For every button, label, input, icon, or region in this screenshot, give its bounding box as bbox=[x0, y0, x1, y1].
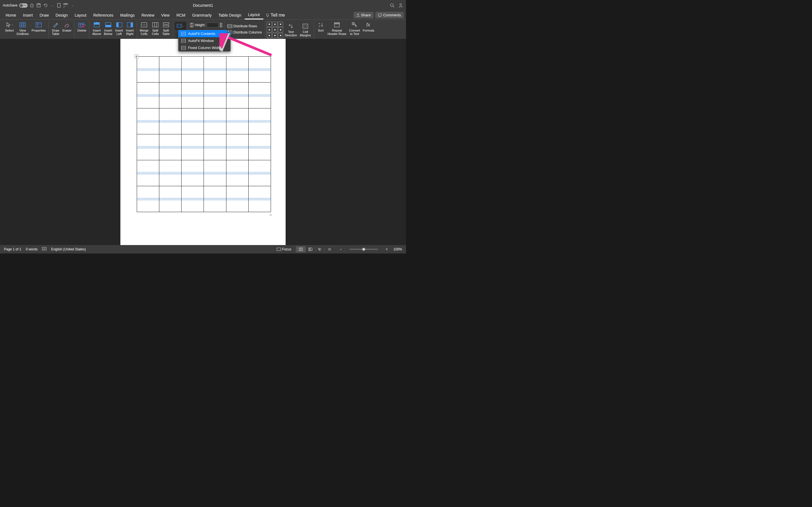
text-direction-tool[interactable]: A Text Direction bbox=[284, 22, 298, 38]
table-cell[interactable] bbox=[204, 82, 226, 108]
table-cell[interactable] bbox=[182, 82, 204, 108]
draw-table-tool[interactable]: Draw Table bbox=[50, 21, 61, 36]
tab-design[interactable]: Design bbox=[52, 11, 71, 19]
align-bc[interactable]: ▪ bbox=[272, 33, 277, 38]
table-cell[interactable] bbox=[137, 82, 159, 108]
undo-icon[interactable] bbox=[43, 3, 48, 8]
table-cell[interactable] bbox=[204, 186, 226, 212]
table-cell[interactable] bbox=[182, 186, 204, 212]
table-row[interactable] bbox=[137, 186, 271, 212]
table-cell[interactable] bbox=[248, 57, 271, 82]
zoom-out[interactable]: − bbox=[339, 247, 343, 251]
table-cell[interactable] bbox=[204, 134, 226, 160]
align-bl[interactable]: ▪ bbox=[267, 33, 272, 38]
insert-above-tool[interactable]: Insert Above bbox=[91, 21, 102, 36]
table-cell[interactable] bbox=[248, 134, 271, 160]
height-input[interactable] bbox=[207, 22, 218, 27]
table-cell[interactable] bbox=[159, 108, 182, 134]
outline-view[interactable] bbox=[315, 246, 324, 252]
zoom-in[interactable]: + bbox=[385, 247, 389, 251]
table-cell[interactable] bbox=[159, 134, 182, 160]
undo-dropdown-icon[interactable]: ⌵ bbox=[50, 3, 55, 8]
table-cell[interactable] bbox=[182, 57, 204, 82]
tab-review[interactable]: Review bbox=[138, 11, 158, 19]
tab-rcm[interactable]: RCM bbox=[173, 11, 189, 19]
split-cells-tool[interactable]: Split Cells bbox=[150, 21, 160, 36]
table-cell[interactable] bbox=[248, 108, 271, 134]
fixed-width-item[interactable]: Fixed Column Width bbox=[179, 44, 231, 51]
eraser-tool[interactable]: Eraser bbox=[61, 21, 72, 33]
table-cell[interactable] bbox=[226, 134, 248, 160]
height-down[interactable]: ▾ bbox=[220, 25, 222, 27]
select-tool[interactable]: ⌵ Select bbox=[4, 21, 15, 33]
table-move-handle[interactable]: ✥ bbox=[135, 54, 139, 58]
tab-mailings[interactable]: Mailings bbox=[117, 11, 138, 19]
table-cell[interactable] bbox=[226, 57, 248, 82]
comments-button[interactable]: Comments bbox=[375, 12, 404, 18]
page-indicator[interactable]: Page 1 of 1 bbox=[4, 247, 21, 251]
table-cell[interactable] bbox=[159, 57, 182, 82]
language-indicator[interactable]: English (United States) bbox=[51, 247, 86, 251]
align-br[interactable]: ▪ bbox=[278, 33, 283, 38]
table-cell[interactable] bbox=[159, 82, 182, 108]
draft-view[interactable] bbox=[324, 246, 334, 252]
focus-mode[interactable]: Focus bbox=[276, 247, 292, 251]
align-mc[interactable]: ▪ bbox=[272, 27, 277, 33]
delete-tool[interactable]: ⌵ Delete bbox=[77, 21, 88, 33]
table-cell[interactable] bbox=[248, 160, 271, 186]
split-table-tool[interactable]: Split Table bbox=[161, 21, 171, 36]
table-cell[interactable] bbox=[137, 57, 159, 82]
dropdown-scroll-down[interactable]: ▾ bbox=[227, 34, 230, 36]
tab-draw[interactable]: Draw bbox=[36, 11, 52, 19]
table-cell[interactable] bbox=[248, 186, 271, 212]
properties-tool[interactable]: Properties bbox=[31, 21, 47, 33]
tab-insert[interactable]: Insert bbox=[19, 11, 36, 19]
web-layout-view[interactable] bbox=[305, 246, 315, 252]
cell-margins-tool[interactable]: Cell Margins bbox=[299, 22, 312, 38]
align-tl[interactable]: ▪ bbox=[267, 22, 272, 27]
convert-text-tool[interactable]: Convert to Text bbox=[348, 21, 361, 36]
document-area[interactable]: ✥ bbox=[0, 39, 406, 245]
table-cell[interactable] bbox=[204, 108, 226, 134]
autosave-toggle[interactable]: AutoSave OFF bbox=[3, 3, 28, 8]
document-table[interactable] bbox=[137, 56, 271, 212]
table-cell[interactable] bbox=[226, 108, 248, 134]
dropdown-scroll-up[interactable]: ▴ bbox=[227, 30, 230, 33]
table-cell[interactable] bbox=[137, 134, 159, 160]
table-cell[interactable] bbox=[204, 160, 226, 186]
table-row[interactable] bbox=[137, 134, 271, 160]
zoom-slider[interactable] bbox=[350, 249, 378, 250]
sort-tool[interactable]: AZ Sort bbox=[316, 21, 326, 33]
table-row[interactable] bbox=[137, 108, 271, 134]
table-row[interactable] bbox=[137, 57, 271, 82]
table-cell[interactable] bbox=[137, 108, 159, 134]
table-cell[interactable] bbox=[182, 134, 204, 160]
save-icon[interactable] bbox=[36, 3, 41, 8]
tab-table-design[interactable]: Table Design bbox=[215, 11, 245, 19]
tab-grammarly[interactable]: Grammarly bbox=[189, 11, 215, 19]
tab-references[interactable]: References bbox=[90, 11, 117, 19]
home-icon[interactable] bbox=[29, 3, 35, 8]
share-button[interactable]: Share bbox=[354, 12, 373, 18]
qat-dropdown-icon[interactable]: ⌵ bbox=[70, 3, 75, 8]
align-ml[interactable]: ▪ bbox=[267, 27, 272, 33]
align-mr[interactable]: ▪ bbox=[278, 27, 283, 33]
table-cell[interactable] bbox=[226, 160, 248, 186]
table-cell[interactable] bbox=[137, 160, 159, 186]
spell-icon[interactable] bbox=[42, 247, 47, 252]
search-icon[interactable] bbox=[390, 3, 395, 8]
print-layout-view[interactable] bbox=[296, 246, 305, 252]
table-cell[interactable] bbox=[226, 82, 248, 108]
tell-me[interactable]: Tell me bbox=[266, 13, 285, 18]
new-doc-icon[interactable] bbox=[56, 3, 61, 8]
table-cell[interactable] bbox=[159, 160, 182, 186]
table-cell[interactable] bbox=[182, 108, 204, 134]
spellcheck-icon[interactable]: ABC✓ bbox=[63, 3, 68, 8]
table-cell[interactable] bbox=[159, 186, 182, 212]
word-count[interactable]: 0 words bbox=[26, 247, 38, 251]
tab-layout[interactable]: Layout bbox=[71, 11, 90, 19]
table-resize-handle[interactable] bbox=[270, 214, 271, 216]
insert-below-tool[interactable]: Insert Below bbox=[103, 21, 114, 36]
merge-cells-tool[interactable]: Merge Cells bbox=[139, 21, 150, 36]
repeat-header-tool[interactable]: Repeat Header Rows bbox=[326, 21, 348, 36]
